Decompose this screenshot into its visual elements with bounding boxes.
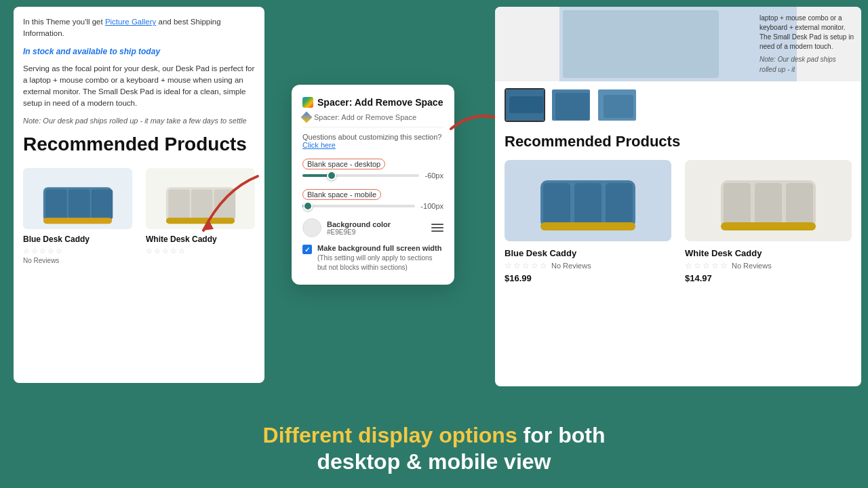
thumb-3[interactable] — [597, 88, 637, 122]
thumb-2[interactable] — [551, 88, 591, 122]
mobile-slider-value: -100px — [420, 202, 443, 210]
mobile-slider-thumb[interactable] — [303, 201, 313, 211]
mobile-slider-track[interactable] — [302, 205, 415, 207]
right-top-text: laptop + mouse combo or a keyboard + ext… — [753, 7, 861, 81]
svg-rect-26 — [724, 183, 751, 225]
right-product-2-price: $14.97 — [685, 273, 852, 283]
intro-text: In this Theme you'll get Picture Gallery… — [23, 16, 255, 40]
right-thumbnails — [495, 81, 861, 129]
svg-rect-27 — [755, 183, 782, 225]
svg-rect-8 — [214, 189, 236, 219]
left-product-1: Blue Desk Caddy ☆☆☆☆☆ No Reviews — [23, 168, 132, 264]
desktop-slider-value: -60px — [425, 171, 443, 180]
bg-color-row: Background color #E9E9E9 — [302, 218, 443, 237]
desktop-slider-row[interactable]: -60px — [302, 171, 443, 180]
spacer-popup-panel: Spacer: Add Remove Space Spacer: Add or … — [292, 85, 454, 285]
right-product-1-stars: ☆☆☆☆☆ No Reviews — [505, 261, 671, 270]
left-products-row: Blue Desk Caddy ☆☆☆☆☆ No Reviews Whit — [23, 168, 255, 264]
checkbox-desc: (This setting will only apply to section… — [317, 253, 443, 272]
right-recommended-heading: Recommended Products — [495, 129, 861, 160]
in-stock-text: In stock and available to ship today — [23, 45, 255, 58]
body-text: Serving as the focal point for your desk… — [23, 63, 255, 110]
click-here-link[interactable]: Click here — [302, 141, 336, 149]
picture-gallery-link[interactable]: Picture Gallery — [105, 18, 156, 26]
bottom-caption: Different display options for both deskt… — [263, 423, 606, 474]
svg-rect-28 — [786, 183, 813, 225]
spacer-icon — [302, 97, 313, 108]
right-product-1-reviews: No Reviews — [551, 262, 591, 270]
left-product-2-stars: ☆☆☆☆☆ — [146, 247, 255, 256]
left-product-2: White Desk Caddy ☆☆☆☆☆ — [146, 168, 255, 264]
right-white-caddy-img — [685, 160, 852, 241]
bottom-line2: desktop & mobile view — [263, 449, 606, 474]
left-product-1-stars: ☆☆☆☆☆ — [23, 247, 132, 256]
popup-subtitle: Spacer: Add or Remove Space — [302, 113, 443, 127]
make-bg-checkbox[interactable]: ✓ — [302, 245, 312, 254]
svg-rect-7 — [191, 189, 213, 219]
svg-rect-1 — [45, 189, 67, 219]
desktop-slider-label: Blank space - desktop — [302, 160, 385, 168]
color-label: Background color — [327, 220, 426, 228]
svg-rect-24 — [540, 222, 635, 230]
svg-rect-23 — [606, 183, 633, 225]
popup-title: Spacer: Add Remove Space — [302, 97, 443, 108]
desktop-slider-section: Blank space - desktop -60px — [302, 157, 443, 180]
left-white-caddy-img — [146, 168, 255, 229]
desktop-slider-thumb[interactable] — [327, 171, 336, 180]
svg-rect-15 — [509, 96, 543, 113]
color-hex: #E9E9E9 — [327, 228, 426, 236]
make-bg-checkbox-row: ✓ Make background full screen width (Thi… — [302, 244, 443, 272]
right-top-area: laptop + mouse combo or a keyboard + ext… — [495, 7, 861, 81]
svg-rect-13 — [563, 10, 719, 78]
left-product-1-name: Blue Desk Caddy — [23, 235, 132, 244]
left-recommended-heading: Recommended Products — [23, 133, 255, 156]
diamond-icon — [301, 112, 313, 123]
bottom-line1: Different display options for both — [263, 423, 606, 448]
checkbox-label: Make background full screen width — [317, 244, 443, 252]
right-product-1-name: Blue Desk Caddy — [505, 248, 671, 258]
desktop-slider-track[interactable] — [302, 174, 419, 177]
left-product-1-reviews: No Reviews — [23, 257, 132, 264]
svg-rect-3 — [92, 189, 113, 219]
hamburger-menu-icon[interactable] — [431, 224, 443, 232]
note-text: Note: Our desk pad ships rolled up - it … — [23, 115, 255, 127]
left-blue-caddy-img — [23, 168, 132, 229]
checkbox-text: Make background full screen width (This … — [317, 244, 443, 272]
svg-rect-2 — [68, 189, 90, 219]
svg-rect-19 — [604, 95, 633, 118]
svg-rect-9 — [166, 218, 235, 224]
color-info: Background color #E9E9E9 — [327, 220, 426, 236]
right-product-2-name: White Desk Caddy — [685, 248, 852, 258]
svg-rect-4 — [43, 218, 112, 224]
svg-rect-22 — [574, 183, 601, 225]
svg-rect-29 — [721, 222, 816, 230]
right-blue-caddy-img — [505, 160, 671, 241]
right-product-2: White Desk Caddy ☆☆☆☆☆ No Reviews $14.97 — [685, 160, 852, 283]
bottom-highlight: Different display options — [263, 423, 517, 447]
thumb-1[interactable] — [505, 88, 545, 122]
svg-rect-17 — [555, 93, 589, 120]
left-preview-panel: In this Theme you'll get Picture Gallery… — [14, 7, 264, 383]
mobile-slider-section: Blank space - mobile -100px — [302, 188, 443, 210]
color-circle[interactable] — [302, 218, 321, 237]
mobile-slider-row[interactable]: -100px — [302, 202, 443, 210]
right-product-2-stars: ☆☆☆☆☆ No Reviews — [685, 261, 852, 270]
questions-text: Questions about customizing this section… — [302, 133, 443, 149]
right-product-2-reviews: No Reviews — [732, 262, 772, 270]
right-product-1: Blue Desk Caddy ☆☆☆☆☆ No Reviews $16.99 — [505, 160, 671, 283]
right-product-1-price: $16.99 — [505, 273, 671, 283]
svg-rect-21 — [543, 183, 570, 225]
mobile-slider-label: Blank space - mobile — [302, 190, 381, 199]
left-product-2-name: White Desk Caddy — [146, 235, 255, 244]
right-products-row: Blue Desk Caddy ☆☆☆☆☆ No Reviews $16.99 … — [495, 160, 861, 283]
svg-rect-6 — [168, 189, 190, 219]
right-preview-panel: laptop + mouse combo or a keyboard + ext… — [495, 7, 861, 386]
